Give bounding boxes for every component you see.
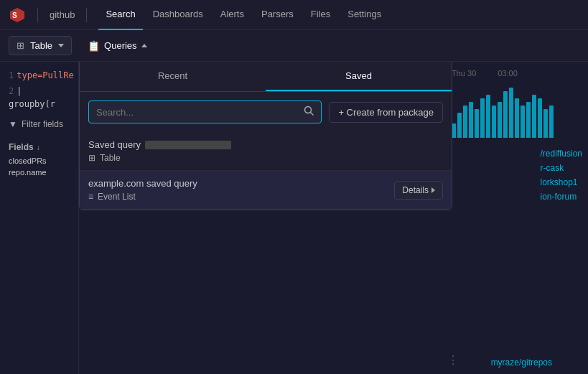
queries-dropdown-panel: Recent Saved + — [79, 62, 452, 210]
chart-bar — [515, 98, 519, 138]
chart-bar — [463, 106, 467, 138]
top-nav: S github Search Dashboards Alerts Parser… — [0, 0, 588, 30]
chart-bar — [498, 102, 502, 138]
chart-bar — [469, 102, 473, 138]
chart-bar — [521, 106, 525, 138]
nav-item-files[interactable]: Files — [304, 0, 337, 30]
filter-icon: ▼ — [9, 119, 17, 129]
filter-fields-button[interactable]: ▼ Filter fields — [6, 115, 73, 134]
queries-button[interactable]: 📋 Queries — [80, 37, 154, 55]
nav-divider-2 — [86, 8, 87, 22]
content-area: 1type=PullRe 2| groupby(r ▼ Filter field… — [0, 62, 588, 374]
filter-label: Filter fields — [22, 119, 63, 129]
saved-item-2-title: example.com saved query — [88, 178, 197, 189]
search-row: + Create from package — [80, 92, 452, 132]
table-grid-icon: ⊞ — [17, 40, 24, 51]
saved-item-1-title: Saved query — [88, 139, 443, 150]
chart-bar — [492, 106, 496, 138]
saved-item-2[interactable]: example.com saved query ≡ Event List Det… — [80, 171, 452, 210]
table-selector[interactable]: ⊞ Table — [9, 36, 72, 55]
svg-text:S: S — [12, 11, 17, 19]
chart-bar — [480, 98, 485, 138]
queries-chevron-icon — [141, 44, 147, 47]
create-from-package-button[interactable]: + Create from package — [329, 102, 443, 123]
chart-bar — [543, 109, 548, 138]
search-input[interactable] — [96, 107, 304, 118]
chart-bar — [503, 91, 508, 138]
table-label: Table — [30, 40, 52, 51]
field-item-1[interactable]: closedPRs — [6, 155, 73, 167]
nav-item-dashboards[interactable]: Dashboards — [146, 0, 210, 30]
chart-bar — [457, 113, 462, 138]
code-line-1: 1type=PullRe — [6, 67, 73, 83]
chart-bar — [532, 95, 536, 138]
bottom-link-area: myraze/gitrepos — [491, 355, 552, 368]
nav-item-parsers[interactable]: Parsers — [254, 0, 301, 30]
redacted-text — [145, 141, 231, 149]
nav-item-settings[interactable]: Settings — [340, 0, 388, 30]
list-type-icon: ≡ — [88, 192, 93, 202]
chart-area: Thu 30 03:00 — [444, 62, 588, 374]
chart-label-1: Thu 30 — [452, 69, 476, 78]
nav-item-alerts[interactable]: Alerts — [213, 0, 251, 30]
link-item[interactable]: /rediffusion — [541, 146, 582, 161]
queries-icon: 📋 — [88, 40, 100, 52]
table-type-icon: ⊞ — [88, 153, 95, 163]
search-icon[interactable] — [304, 106, 314, 118]
second-bar: ⊞ Table 📋 Queries — [0, 30, 588, 62]
github-label[interactable]: github — [50, 9, 75, 20]
tabs-row: Recent Saved — [80, 62, 452, 92]
search-input-wrap — [88, 100, 322, 123]
link-item[interactable]: lorkshop1 — [541, 175, 582, 190]
details-button[interactable]: Details — [394, 181, 443, 200]
chart-bar — [526, 102, 531, 138]
chart-bar — [475, 109, 479, 138]
chart-bar — [486, 95, 490, 138]
saved-item-2-info: example.com saved query ≡ Event List — [88, 178, 197, 202]
chart-label-2: 03:00 — [498, 69, 518, 78]
saved-item-2-sub: ≡ Event List — [88, 192, 197, 202]
nav-divider — [37, 8, 38, 22]
chart-bar — [509, 88, 513, 138]
fields-section: Fields ↓ closedPRs repo.name — [6, 139, 73, 178]
vertical-dots-icon: ⋮ — [447, 353, 459, 367]
link-item[interactable]: r-cask — [541, 161, 582, 175]
chart-bar — [549, 106, 554, 138]
bottom-link[interactable]: myraze/gitrepos — [491, 357, 552, 368]
tab-recent[interactable]: Recent — [80, 62, 266, 91]
field-item-2[interactable]: repo.name — [6, 167, 73, 178]
chart-bar — [538, 98, 542, 138]
sort-icon: ↓ — [37, 144, 40, 151]
logo-area: S — [9, 6, 26, 24]
saved-item-2-header: example.com saved query ≡ Event List Det… — [88, 178, 443, 202]
svg-line-3 — [311, 113, 314, 116]
chart-bars — [452, 80, 581, 138]
tab-saved[interactable]: Saved — [266, 62, 452, 91]
saved-item-1-sub: ⊞ Table — [88, 153, 443, 163]
saved-item-1[interactable]: Saved query ⊞ Table — [80, 132, 452, 171]
details-chevron-icon — [431, 187, 435, 193]
queries-label: Queries — [104, 40, 137, 51]
nav-item-search[interactable]: Search — [98, 0, 142, 30]
main-content: Recent Saved + — [79, 62, 588, 374]
table-chevron-icon — [58, 44, 64, 47]
fields-header: Fields ↓ — [6, 139, 73, 155]
left-sidebar: 1type=PullRe 2| groupby(r ▼ Filter field… — [0, 62, 79, 374]
nav-items: Search Dashboards Alerts Parsers Files S… — [98, 0, 579, 30]
link-item[interactable]: ion-forum — [541, 190, 582, 204]
code-line-2: 2| groupby(r — [6, 83, 73, 112]
link-list: /rediffusionr-casklorkshop1ion-forum — [535, 141, 588, 210]
chart-labels: Thu 30 03:00 — [452, 69, 581, 78]
splunk-logo-icon: S — [9, 6, 26, 24]
